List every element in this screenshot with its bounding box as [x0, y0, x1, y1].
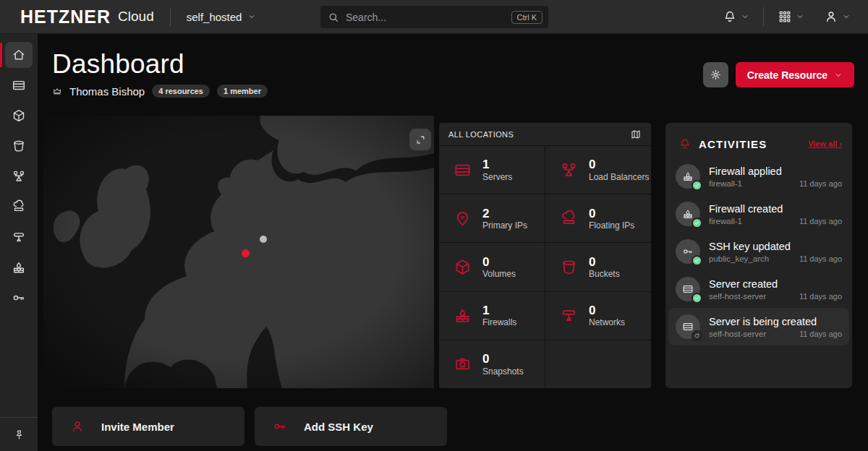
expand-icon — [415, 134, 426, 145]
location-marker-red[interactable] — [242, 249, 250, 257]
header-actions: Create Resource — [703, 62, 854, 87]
notifications-button[interactable] — [720, 7, 752, 27]
hetzner-logo[interactable]: HETZNER — [20, 7, 111, 27]
stat-networks[interactable]: 0 Networks — [545, 292, 651, 340]
topbar-divider — [763, 7, 764, 26]
project-selector[interactable]: self_hosted — [187, 11, 257, 23]
activity-subtitle: self-host-server — [709, 292, 799, 301]
apps-menu-button[interactable] — [775, 7, 807, 27]
key-icon — [273, 419, 287, 434]
members-badge: 1 member — [217, 85, 268, 98]
sidebar-item-load-balancers[interactable] — [0, 163, 38, 189]
sidebar-item-networks[interactable] — [0, 224, 38, 250]
stat-volumes[interactable]: 0 Volumes — [439, 243, 545, 291]
invite-member-button[interactable]: Invite Member — [52, 407, 244, 446]
floating-ip-icon — [12, 199, 26, 214]
chevron-down-icon — [247, 12, 256, 21]
map-icon[interactable] — [630, 129, 642, 140]
activity-item[interactable]: Server created self-host-server 11 days … — [668, 270, 849, 308]
project-meta: Thomas Bishop 4 resources 1 member — [52, 85, 268, 98]
resources-badge: 4 resources — [152, 85, 210, 98]
chevron-down-icon — [796, 12, 804, 21]
chevron-down-icon — [741, 12, 749, 21]
stat-label: Servers — [482, 172, 512, 182]
firewall-icon — [454, 306, 472, 325]
stat-value: 0 — [482, 352, 524, 366]
search-bar[interactable]: Ctrl K — [320, 6, 548, 28]
topbar: HETZNER Cloud self_hosted Ctrl K — [0, 0, 868, 34]
locations-map[interactable] — [43, 116, 434, 388]
key-icon — [12, 291, 26, 305]
settings-button[interactable] — [703, 62, 728, 87]
stat-value: 0 — [589, 207, 634, 221]
activity-avatar — [676, 277, 700, 301]
stat-value: 0 — [589, 304, 625, 318]
activity-item[interactable]: SSH key updated public_key_arch 11 days … — [668, 233, 849, 270]
activity-avatar — [676, 164, 700, 189]
location-marker-gray[interactable] — [260, 236, 267, 243]
server-icon — [682, 321, 694, 332]
stat-floating-ips[interactable]: 0 Floating IPs — [545, 194, 651, 242]
stat-snapshots[interactable]: 0 Snapshots — [439, 340, 545, 388]
stat-label: Buckets — [589, 269, 620, 279]
server-icon — [12, 78, 26, 93]
stat-firewalls[interactable]: 1 Firewalls — [439, 292, 545, 340]
stat-servers[interactable]: 1 Servers — [439, 146, 545, 194]
chevron-down-icon — [842, 12, 851, 21]
stat-value: 0 — [589, 158, 649, 172]
stat-primary-ips[interactable]: 2 Primary IPs — [439, 194, 545, 242]
create-resource-label: Create Resource — [747, 69, 827, 81]
activity-item[interactable]: Firewall created firewall-1 11 days ago — [668, 195, 849, 233]
activities-header: ACTIVITIES View all › — [668, 127, 849, 158]
stat-buckets[interactable]: 0 Buckets — [545, 243, 651, 291]
product-name: Cloud — [118, 9, 154, 25]
stat-load-balancers[interactable]: 0 Load Balancers — [545, 146, 651, 194]
stat-label: Firewalls — [482, 317, 516, 327]
account-menu-button[interactable] — [821, 7, 854, 27]
stat-value: 1 — [482, 304, 516, 318]
gear-icon — [710, 69, 722, 81]
pin-sidebar-button[interactable] — [13, 429, 25, 441]
view-all-link[interactable]: View all › — [808, 139, 842, 148]
activity-time: 11 days ago — [799, 217, 842, 226]
create-resource-button[interactable]: Create Resource — [736, 62, 854, 87]
add-ssh-key-button[interactable]: Add SSH Key — [255, 407, 447, 446]
sidebar-item-ssh-keys[interactable] — [0, 285, 38, 311]
activity-subtitle: public_key_arch — [709, 254, 799, 263]
stat-value: 2 — [482, 207, 527, 221]
bell-icon — [723, 9, 737, 24]
all-locations-label: ALL LOCATIONS — [448, 130, 514, 139]
sidebar-item-floating-ips[interactable] — [0, 194, 38, 220]
activity-time: 11 days ago — [799, 330, 842, 338]
project-name: self_hosted — [187, 11, 242, 23]
activity-item[interactable]: Firewall applied firewall-1 11 days ago — [668, 158, 849, 195]
apps-grid-icon — [778, 9, 792, 24]
stat-label: Primary IPs — [482, 220, 527, 231]
sidebar-item-volumes[interactable] — [0, 103, 38, 129]
search-input[interactable] — [346, 12, 511, 23]
activity-subtitle: firewall-1 — [709, 179, 799, 188]
resource-stats-panel: ALL LOCATIONS 1 Servers 0 Load Balancers… — [439, 123, 651, 388]
sidebar — [0, 34, 38, 451]
sidebar-item-servers[interactable] — [0, 72, 38, 98]
home-icon — [12, 48, 26, 62]
activity-item[interactable]: Server is being created self-host-server… — [668, 308, 849, 345]
bucket-icon — [560, 258, 578, 276]
topbar-divider — [170, 7, 171, 26]
stats-grid: 1 Servers 0 Load Balancers 2 Primary IPs… — [439, 146, 651, 388]
chevron-down-icon — [834, 71, 843, 80]
invite-member-label: Invite Member — [101, 421, 174, 433]
europe-map-graphic — [43, 116, 434, 388]
stat-label: Networks — [589, 317, 625, 327]
volume-cube-icon — [12, 108, 26, 123]
sidebar-item-buckets[interactable] — [0, 133, 38, 159]
success-check-icon — [692, 293, 702, 304]
firewall-icon — [12, 260, 26, 275]
search-icon — [328, 12, 339, 23]
sidebar-item-home[interactable] — [0, 42, 38, 68]
stat-label: Snapshots — [482, 366, 524, 377]
expand-map-button[interactable] — [409, 129, 431, 150]
success-check-icon — [692, 255, 702, 266]
sidebar-item-firewalls[interactable] — [0, 254, 38, 280]
activity-title: Firewall created — [709, 203, 842, 215]
